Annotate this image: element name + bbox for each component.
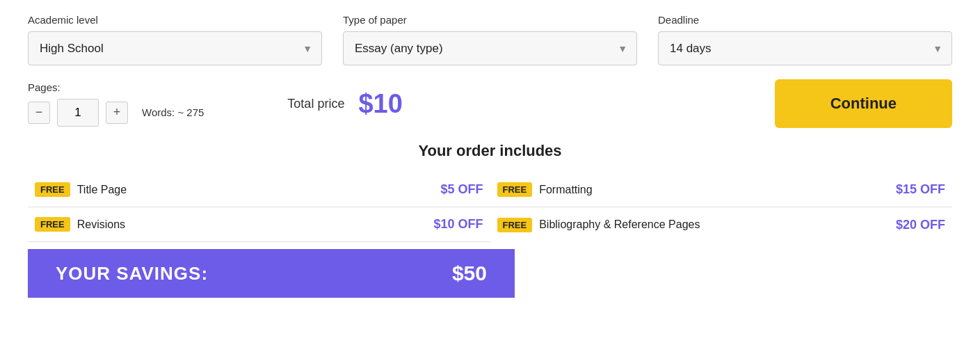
savings-amount: $50 [452, 262, 487, 285]
deadline-label: Deadline [658, 14, 952, 26]
middle-row: Pages: − + Words: ~ 275 Total price $10 … [28, 79, 952, 128]
includes-row-revisions: FREE Revisions $10 OFF [28, 207, 490, 242]
academic-level-select[interactable]: High School Undergraduate Master PhD [28, 31, 322, 65]
includes-row-title-page: FREE Title Page $5 OFF [28, 173, 490, 207]
continue-button[interactable]: Continue [775, 79, 952, 128]
academic-level-label: Academic level [28, 14, 322, 26]
free-badge-formatting: FREE [497, 182, 533, 197]
academic-level-select-wrapper: High School Undergraduate Master PhD ▼ [28, 31, 322, 65]
discount-title-page: $5 OFF [440, 182, 483, 197]
pages-section: Pages: − + Words: ~ 275 [28, 81, 204, 127]
words-text: Words: ~ 275 [142, 106, 204, 118]
pages-decrement-button[interactable]: − [28, 102, 50, 124]
includes-label-title-page: Title Page [77, 184, 434, 196]
pages-controls: − + Words: ~ 275 [28, 99, 204, 127]
deadline-select-wrapper: 14 days 10 days 7 days 5 days 3 days 2 d… [658, 31, 952, 65]
free-badge-bibliography: FREE [497, 218, 533, 232]
includes-row-formatting: FREE Formatting $15 OFF [490, 173, 953, 207]
deadline-group: Deadline 14 days 10 days 7 days 5 days 3… [658, 14, 952, 65]
total-price-label: Total price [287, 97, 344, 111]
savings-label: YOUR SAVINGS: [56, 263, 452, 285]
academic-level-group: Academic level High School Undergraduate… [28, 14, 322, 65]
pages-increment-button[interactable]: + [106, 102, 128, 124]
main-container: Academic level High School Undergraduate… [0, 0, 980, 298]
includes-label-bibliography: Bibliography & Reference Pages [539, 218, 889, 231]
discount-revisions: $10 OFF [433, 217, 483, 232]
includes-label-formatting: Formatting [539, 184, 889, 196]
type-of-paper-label: Type of paper [343, 14, 637, 26]
total-price-section: Total price $10 [287, 89, 402, 119]
discount-bibliography: $20 OFF [896, 218, 945, 232]
top-row: Academic level High School Undergraduate… [28, 14, 952, 65]
type-of-paper-select[interactable]: Essay (any type) Research Paper Term Pap… [343, 31, 637, 65]
type-of-paper-select-wrapper: Essay (any type) Research Paper Term Pap… [343, 31, 637, 65]
includes-row-bibliography: FREE Bibliography & Reference Pages $20 … [490, 207, 953, 242]
pages-input[interactable] [57, 99, 99, 127]
pages-label: Pages: [28, 81, 204, 93]
type-of-paper-group: Type of paper Essay (any type) Research … [343, 14, 637, 65]
discount-formatting: $15 OFF [896, 182, 945, 197]
free-badge-revisions: FREE [35, 217, 70, 232]
order-includes-title: Your order includes [28, 142, 952, 160]
free-badge-title-page: FREE [35, 182, 70, 197]
includes-label-revisions: Revisions [77, 218, 427, 231]
total-price-amount: $10 [358, 89, 402, 119]
savings-bar: YOUR SAVINGS: $50 [28, 249, 515, 298]
order-includes-grid: FREE Title Page $5 OFF FREE Formatting $… [28, 173, 952, 242]
deadline-select[interactable]: 14 days 10 days 7 days 5 days 3 days 2 d… [658, 31, 952, 65]
